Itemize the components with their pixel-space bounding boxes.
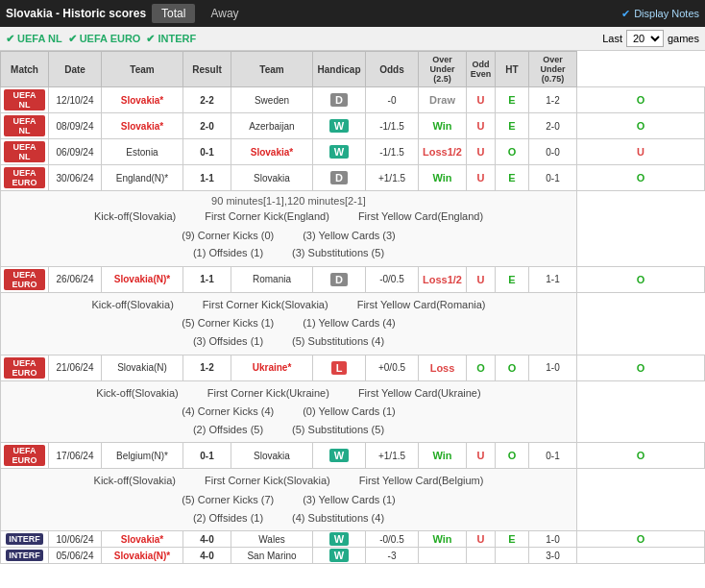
match-result: 0-1 (183, 443, 231, 469)
filter-interf[interactable]: ✔ INTERF (146, 33, 196, 45)
over-under2-value: O (577, 443, 705, 469)
odds-value (419, 548, 467, 564)
team2-name[interactable]: Wales (231, 531, 313, 548)
over-under2-value: O (577, 165, 705, 191)
detail-first-corner: First Corner Kick(Slovakia) (203, 297, 328, 314)
tab-total[interactable]: Total (152, 4, 195, 23)
match-date: 06/09/24 (49, 139, 102, 165)
wdl-badge: D (313, 165, 366, 191)
league-badge: UEFA EURO (1, 165, 49, 191)
detail-yellow-cards: (3) Yellow Cards (3) (303, 228, 396, 245)
display-notes-toggle[interactable]: ✔ Display Notes (621, 8, 699, 20)
odds-value: Win (419, 113, 467, 139)
league-badge: INTERF (1, 548, 49, 564)
team2-name[interactable]: Romania (231, 266, 313, 292)
wdl-badge: D (313, 87, 366, 113)
match-date: 08/09/24 (49, 113, 102, 139)
over-under-value: U (467, 139, 496, 165)
league-badge: UEFA EURO (1, 355, 49, 380)
handicap-value: -3 (366, 548, 419, 564)
table-row: UEFA EURO 21/06/24 Slovakia(N) 1-2 Ukrai… (1, 355, 705, 380)
team2-name[interactable]: Sweden (231, 87, 313, 113)
over-under2-value: O (577, 87, 705, 113)
detail-kickoff: Kick-off(Slovakia) (91, 297, 173, 314)
handicap-value: +1/1.5 (366, 443, 419, 469)
table-row: UEFA EURO 26/06/24 Slovakia(N)* 1-1 Roma… (1, 266, 705, 292)
table-row: UEFA EURO 30/06/24 England(N)* 1-1 Slova… (1, 165, 705, 191)
col-over-under2: Over Under (0.75) (529, 52, 577, 87)
match-result: 2-2 (183, 87, 231, 113)
ht-score: 3-0 (529, 548, 577, 564)
col-match: Match (1, 52, 49, 87)
detail-substitutions: (5) Substitutions (5) (292, 422, 384, 439)
team1-name[interactable]: Estonia (102, 139, 183, 165)
ht-score: 1-0 (529, 355, 577, 380)
over-under2-value: O (577, 531, 705, 548)
detail-offsides: (2) Offsides (1) (193, 510, 263, 527)
match-result: 1-1 (183, 266, 231, 292)
league-badge: UEFA NL (1, 113, 49, 139)
table-row: UEFA NL 06/09/24 Estonia 0-1 Slovakia* W… (1, 139, 705, 165)
col-handicap: Handicap (313, 52, 366, 87)
team1-name[interactable]: Slovakia(N)* (102, 266, 183, 292)
odds-value: Win (419, 443, 467, 469)
match-result: 4-0 (183, 531, 231, 548)
detail-cell: Kick-off(Slovakia) First Corner Kick(Slo… (1, 292, 577, 355)
display-notes-label: Display Notes (634, 8, 699, 19)
check-icon: ✔ (621, 8, 630, 20)
team2-name[interactable]: Slovakia* (231, 139, 313, 165)
filter-last: Last 20103050 games (602, 30, 699, 47)
team1-name[interactable]: Slovakia(N)* (102, 548, 183, 564)
detail-kickoff: Kick-off(Slovakia) (96, 385, 178, 403)
league-badge: INTERF (1, 531, 49, 548)
team1-name[interactable]: England(N)* (102, 165, 183, 191)
over-under2-value: O (577, 113, 705, 139)
detail-offsides: (3) Offsides (1) (193, 333, 263, 351)
ht-score: 1-2 (529, 87, 577, 113)
last-count-select[interactable]: 20103050 (626, 30, 664, 47)
league-badge: UEFA NL (1, 139, 49, 165)
match-date: 30/06/24 (49, 165, 102, 191)
wdl-badge: W (313, 139, 366, 165)
interf-check-icon: ✔ (146, 33, 155, 45)
handicap-value: -0/0.5 (366, 266, 419, 292)
over-under-value: O (467, 355, 496, 380)
over-under2-value: O (577, 266, 705, 292)
uefa-nl-check-icon: ✔ (6, 33, 14, 45)
odds-value: Loss (419, 355, 467, 380)
detail-corner-kicks: (4) Corner Kicks (4) (182, 404, 274, 421)
team1-name[interactable]: Slovakia* (102, 113, 183, 139)
odds-value: Loss1/2 (419, 266, 467, 292)
detail-first-corner: First Corner Kick(England) (205, 208, 329, 226)
handicap-value: +1/1.5 (366, 165, 419, 191)
team1-name[interactable]: Slovakia* (102, 87, 183, 113)
team2-name[interactable]: Ukraine* (231, 355, 313, 380)
team2-name[interactable]: Slovakia (231, 443, 313, 469)
over-under-value: U (467, 443, 496, 469)
match-result: 4-0 (183, 548, 231, 564)
team2-name[interactable]: San Marino (231, 548, 313, 564)
detail-first-yellow: First Yellow Card(Ukraine) (358, 385, 481, 403)
col-odd-even: Odd Even (467, 52, 496, 87)
team1-name[interactable]: Belgium(N)* (102, 443, 183, 469)
team2-name[interactable]: Slovakia (231, 165, 313, 191)
detail-corner-kicks: (5) Corner Kicks (7) (182, 492, 274, 509)
over-under2-value: U (577, 139, 705, 165)
ht-score: 0-0 (529, 139, 577, 165)
team1-name[interactable]: Slovakia* (102, 531, 183, 548)
match-result: 2-0 (183, 113, 231, 139)
filter-uefa-euro[interactable]: ✔ UEFA EURO (68, 33, 141, 45)
odd-even-value: E (496, 266, 529, 292)
odd-even-value: E (496, 87, 529, 113)
filter-uefa-nl[interactable]: ✔ UEFA NL (6, 33, 62, 45)
match-result: 1-1 (183, 165, 231, 191)
table-row: INTERF 10/06/24 Slovakia* 4-0 Wales W -0… (1, 531, 705, 548)
odd-even-value: E (496, 531, 529, 548)
team2-name[interactable]: Azerbaijan (231, 113, 313, 139)
team1-name[interactable]: Slovakia(N) (102, 355, 183, 380)
match-date: 10/06/24 (49, 531, 102, 548)
tab-away[interactable]: Away (201, 4, 248, 23)
wdl-badge: D (313, 266, 366, 292)
detail-first-corner: First Corner Kick(Ukraine) (207, 385, 329, 403)
detail-cell: Kick-off(Slovakia) First Corner Kick(Slo… (1, 469, 577, 531)
